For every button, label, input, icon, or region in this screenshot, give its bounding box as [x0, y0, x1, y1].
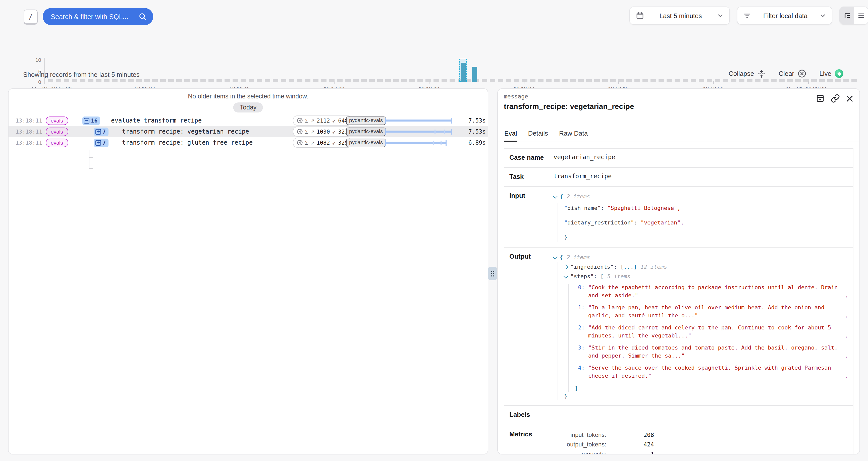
json-colon: : — [634, 218, 637, 227]
clear-button[interactable]: Clear — [779, 69, 806, 78]
collapse-caret-icon[interactable] — [553, 193, 557, 198]
search-placeholder: Search & filter with SQL... — [51, 13, 128, 20]
span-count-badge[interactable]: 16 — [82, 116, 100, 125]
duration-bar — [385, 137, 452, 148]
tab-details[interactable]: Details — [528, 127, 549, 142]
detail-tabs: Eval Details Raw Data — [498, 127, 860, 142]
metric-line: requests:1 — [554, 450, 848, 455]
input-tokens-arrow-icon: ↗ — [310, 118, 315, 123]
clear-icon — [798, 69, 806, 78]
json-array-index: 1: — [575, 304, 585, 319]
tree-view-button[interactable] — [840, 7, 854, 24]
input-tokens-arrow-icon: ↗ — [310, 129, 315, 134]
tree-view-icon — [843, 12, 851, 19]
collapse-caret-icon[interactable] — [553, 254, 557, 259]
json-string-value: "vegetarian" — [641, 218, 681, 227]
chevron-down-icon — [820, 12, 826, 19]
filter-icon — [743, 12, 751, 19]
child-span-count: 16 — [91, 117, 98, 124]
json-comma: , — [842, 352, 848, 360]
y-axis-tick: 0 — [29, 79, 41, 85]
tag-badge-evals: evals — [46, 127, 68, 136]
live-indicator-icon — [835, 69, 843, 78]
json-comma: , — [842, 332, 848, 339]
histogram-bar[interactable] — [472, 67, 477, 82]
time-range-button[interactable]: Last 5 minutes — [629, 6, 730, 25]
collapsed-array-token[interactable]: [...] — [620, 262, 637, 272]
record-row-vegetarian-recipe[interactable]: 13:18:11 evals 7 transform_recipe: veget… — [8, 126, 488, 137]
json-key: "ingredients" — [570, 262, 614, 272]
live-toggle[interactable]: Live — [819, 69, 843, 78]
records-histogram: 10 5 0 Mar 31. 13:15:30 13:16:07 13:16:4… — [0, 28, 868, 65]
expand-toggle-icon[interactable] — [95, 129, 101, 134]
metric-line: input_tokens:208 — [554, 430, 848, 440]
metrics-value: input_tokens:208 output_tokens:424 reque… — [554, 425, 853, 455]
input-label: Input — [504, 187, 554, 247]
copy-link-icon[interactable] — [831, 94, 840, 103]
sigma-icon: Σ — [305, 128, 308, 134]
token-usage-pill: Σ ↗ 1030 ↙ 323 — [293, 127, 352, 136]
expand-caret-icon[interactable] — [563, 265, 568, 269]
x-axis-tick-mark — [524, 81, 524, 84]
filter-local-data-button[interactable]: Filter local data — [737, 6, 832, 25]
json-string-value: "Add the diced carrot and celery to the … — [588, 324, 838, 339]
json-items-count: 2 items — [567, 253, 590, 262]
span-count-badge[interactable]: 7 — [94, 127, 108, 136]
json-items-count: 2 items — [567, 192, 590, 202]
duration-bar — [385, 115, 452, 126]
metric-line: output_tokens:424 — [554, 440, 848, 450]
collapse-label: Collapse — [728, 70, 754, 77]
records-rows: 13:18:11 evals 16 evaluate transform_rec… — [8, 115, 488, 148]
service-badge: pydantic-evals — [346, 116, 386, 125]
span-name: transform_recipe: vegetarian_recipe — [122, 126, 249, 137]
records-panel: No older items in the selected time wind… — [8, 88, 488, 455]
open-in-drawer-icon[interactable] — [816, 94, 825, 103]
detail-panel: message transform_recipe: vegetarian_rec… — [497, 88, 860, 455]
span-name: evaluate transform_recipe — [111, 115, 202, 126]
detail-header: message transform_recipe: vegetarian_rec… — [498, 89, 860, 111]
input-tokens-value: 1082 — [316, 140, 330, 146]
slash-key-label: / — [29, 13, 33, 20]
tab-raw-data[interactable]: Raw Data — [559, 127, 588, 142]
json-array-index: 2: — [575, 324, 585, 339]
panel-resize-handle[interactable] — [488, 267, 497, 280]
sigma-icon: Σ — [305, 118, 308, 124]
close-icon[interactable] — [846, 95, 854, 102]
collapse-button[interactable]: Collapse — [728, 69, 766, 78]
token-usage-pill: Σ ↗ 1082 ↙ 325 — [293, 137, 352, 148]
json-colon: : — [594, 272, 597, 281]
json-array-index: 4: — [575, 364, 585, 380]
app-root: / Search & filter with SQL... Last 5 min… — [0, 0, 868, 461]
expand-toggle-icon[interactable] — [95, 140, 101, 145]
task-row: Task transform_recipe — [504, 168, 853, 187]
collapse-caret-icon[interactable] — [563, 273, 568, 278]
histogram-bar[interactable] — [461, 63, 466, 82]
step-item: 1:"In a large pan, heat the olive oil ov… — [575, 304, 848, 319]
duration-text: 7.53s — [454, 126, 486, 137]
json-open-bracket: [ — [600, 272, 603, 281]
today-pill[interactable]: Today — [233, 102, 263, 113]
output-json-viewer: {2 items "ingredients": [...]12 items "s… — [554, 248, 853, 405]
labels-row: Labels — [504, 406, 853, 425]
json-string-value: "Serve the sauce over the cooked spaghet… — [588, 364, 838, 380]
metric-name: input_tokens: — [554, 430, 606, 440]
record-row-evaluate-transform-recipe[interactable]: 13:18:11 evals 16 evaluate transform_rec… — [8, 115, 488, 126]
span-count-badge[interactable]: 7 — [94, 139, 108, 147]
tab-eval[interactable]: Eval — [504, 127, 518, 142]
collapse-icon — [757, 69, 766, 78]
list-view-button[interactable] — [854, 7, 868, 24]
metric-value: 424 — [606, 440, 654, 450]
search-icon — [138, 12, 147, 21]
output-tokens-arrow-icon: ↙ — [332, 118, 336, 123]
span-name: transform_recipe: gluten_free_recipe — [122, 137, 253, 148]
collapse-toggle-icon[interactable] — [84, 118, 89, 123]
json-comma: , — [842, 372, 848, 380]
input-tokens-value: 1030 — [316, 128, 330, 135]
x-axis-tick-mark — [145, 81, 145, 84]
record-row-gluten-free-recipe[interactable]: 13:18:11 evals 7 transform_recipe: glute… — [8, 137, 488, 148]
histogram-baseline-dashes — [48, 79, 858, 82]
tree-connector-line — [89, 150, 89, 169]
search-button[interactable]: Search & filter with SQL... — [43, 8, 153, 25]
list-view-icon — [857, 12, 865, 19]
ingredients-collapsed-entry: "ingredients": [...]12 items — [564, 262, 848, 272]
